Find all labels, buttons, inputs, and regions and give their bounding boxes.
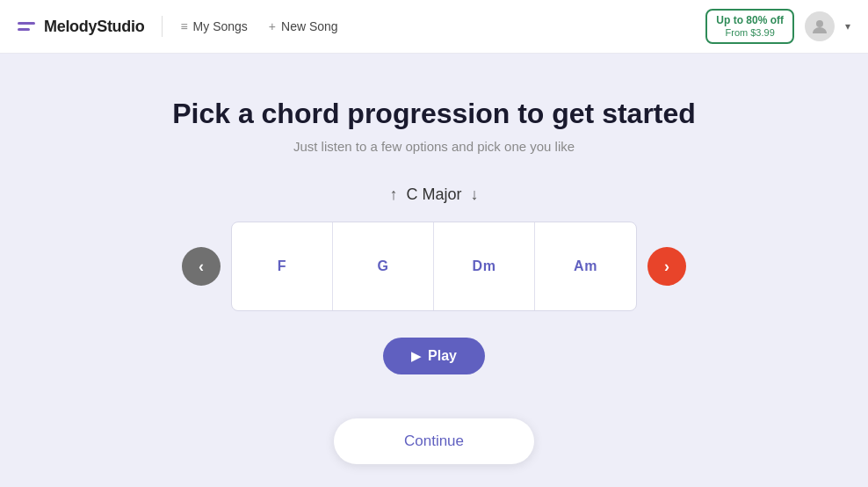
navbar: MelodyStudio ≡ My Songs + New Song Up to…	[0, 0, 868, 54]
nav-right: Up to 80% off From $3.99 ▾	[705, 9, 850, 44]
svg-point-0	[816, 20, 823, 27]
chord-cell-3[interactable]: Am	[535, 222, 636, 310]
chord-grid: F G Dm Am	[231, 222, 637, 311]
chord-name-0: F	[278, 258, 286, 274]
promo-badge[interactable]: Up to 80% off From $3.99	[705, 9, 794, 44]
page-subtitle: Just listen to a few options and pick on…	[293, 139, 575, 154]
user-dropdown-arrow[interactable]: ▾	[845, 20, 850, 33]
key-label: C Major	[406, 185, 461, 204]
key-down-arrow[interactable]: ↓	[471, 185, 479, 204]
chord-name-2: Dm	[473, 258, 496, 274]
chord-name-3: Am	[574, 258, 597, 274]
chord-cell-2[interactable]: Dm	[434, 222, 535, 310]
play-label: Play	[428, 348, 457, 364]
key-selector: ↑ C Major ↓	[389, 185, 478, 204]
list-icon: ≡	[180, 19, 187, 33]
continue-label: Continue	[404, 432, 464, 449]
user-avatar[interactable]	[805, 11, 835, 41]
promo-bottom: From $3.99	[716, 27, 784, 39]
plus-icon: +	[269, 19, 276, 33]
nav-links: ≡ My Songs + New Song	[180, 19, 337, 33]
logo-area[interactable]: MelodyStudio	[18, 18, 144, 36]
my-songs-link[interactable]: ≡ My Songs	[180, 19, 247, 33]
chord-name-1: G	[378, 258, 389, 274]
new-song-link[interactable]: + New Song	[269, 19, 338, 33]
nav-divider	[162, 16, 163, 37]
next-progression-button[interactable]: ›	[647, 247, 686, 286]
continue-button[interactable]: Continue	[334, 418, 534, 464]
chord-cell-0[interactable]: F	[232, 222, 333, 310]
chord-cell-1[interactable]: G	[333, 222, 434, 310]
play-icon: ▶	[411, 349, 421, 363]
key-up-arrow[interactable]: ↑	[389, 185, 397, 204]
logo-title: MelodyStudio	[44, 18, 144, 36]
main-content: Pick a chord progression to get started …	[0, 54, 868, 487]
my-songs-label: My Songs	[193, 19, 248, 33]
page-title: Pick a chord progression to get started	[172, 98, 696, 130]
promo-top: Up to 80% off	[716, 14, 784, 26]
prev-progression-button[interactable]: ‹	[182, 247, 221, 286]
play-button[interactable]: ▶ Play	[383, 338, 485, 374]
new-song-label: New Song	[281, 19, 338, 33]
logo-icon	[18, 22, 35, 31]
chord-container: ‹ F G Dm Am ›	[182, 222, 686, 311]
